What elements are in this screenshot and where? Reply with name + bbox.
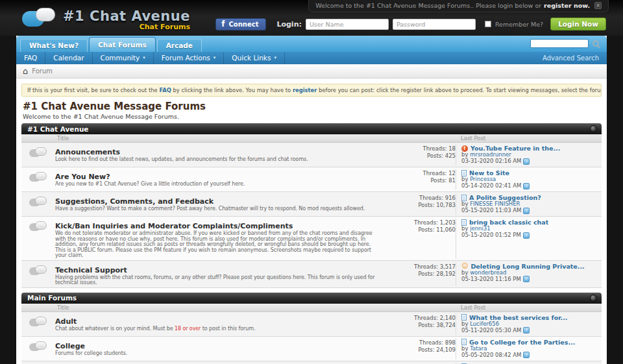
faq-link[interactable]: FAQ xyxy=(159,87,171,93)
collapse-icon[interactable] xyxy=(590,125,597,132)
forum-title-link[interactable]: Kick/Ban Inquiries and Moderator Complai… xyxy=(55,222,293,230)
category-1-chat-avenue: #1 Chat AvenueTitleLast PostAnnouncement… xyxy=(21,123,602,288)
register-now-link[interactable]: register now. xyxy=(544,2,590,9)
search-icon[interactable] xyxy=(592,40,600,48)
menu-item-label: Forum Actions xyxy=(162,52,210,64)
notice-text: by clicking the link above. You may have… xyxy=(171,87,293,93)
threads-count: Threads: 2,140 xyxy=(384,315,456,322)
forum-description: Have a suggestion? Want to make a commen… xyxy=(55,206,379,212)
register-link[interactable]: register xyxy=(293,87,317,93)
last-post-author-link[interactable]: wonderbread xyxy=(470,269,506,276)
forum-title-link[interactable]: Adult xyxy=(55,317,77,326)
go-to-last-post-icon[interactable]: › xyxy=(523,232,530,239)
column-headers: TitleLast Post xyxy=(21,134,602,143)
forum-icon xyxy=(29,265,48,279)
tab-bar: What's New?Chat ForumsArcade xyxy=(16,36,607,52)
search-input[interactable] xyxy=(530,39,589,48)
forum-row-announcements: AnnouncementsLook here to find out the l… xyxy=(21,143,602,167)
forum-description: Forums for college students. xyxy=(55,351,379,357)
forum-row-kick-ban-inquiries-and-moderator-complaints-compliments: Kick/Ban Inquiries and Moderator Complai… xyxy=(21,217,602,261)
login-area: f Connect Login: Remember Me? Login Now xyxy=(215,18,606,30)
thread-page-icon xyxy=(461,339,467,345)
smiley-icon: ☺ xyxy=(461,263,468,269)
home-icon[interactable]: ⌂ xyxy=(23,67,28,75)
go-to-last-post-icon[interactable]: › xyxy=(523,208,530,214)
last-post-date: 05-15-2020 11:03 AM xyxy=(461,207,521,214)
go-to-last-post-icon[interactable]: › xyxy=(523,158,530,165)
last-post-date: 05-13-2020 11:16 PM xyxy=(461,276,521,283)
chevron-down-icon: ▾ xyxy=(214,52,216,64)
username-input[interactable] xyxy=(306,19,389,30)
dismiss-icon[interactable]: × xyxy=(594,2,602,9)
menu-bar: FAQCalendarCommunity▾Forum Actions▾Quick… xyxy=(16,52,607,64)
last-post-date: 05-15-2020 01:52 PM xyxy=(461,232,521,239)
site-logo[interactable]: #1 Chat Avenue Chat Forums xyxy=(22,7,190,32)
forum-description: Are you new to #1 Chat Avenue? Give a li… xyxy=(55,182,379,188)
remember-me-label: Remember Me? xyxy=(495,21,543,28)
last-post-author-link[interactable]: jenni31 xyxy=(470,225,491,232)
go-to-last-post-icon[interactable]: › xyxy=(523,352,530,358)
forum-title-link[interactable]: Are You New? xyxy=(55,173,110,181)
breadcrumb: ⌂ Forum xyxy=(16,64,607,79)
tab-chat-forums[interactable]: Chat Forums xyxy=(89,37,156,52)
collapse-icon[interactable] xyxy=(590,295,597,302)
forum-title-link[interactable]: Suggestions, Comments, and Feedback xyxy=(55,197,214,206)
site-header: Welcome to the #1 Chat Avenue Message Fo… xyxy=(0,0,623,36)
menu-item-quick-links[interactable]: Quick Links▾ xyxy=(224,52,285,64)
thread-page-icon xyxy=(461,219,467,226)
forum-row-adult: AdultChat about whatever is on your mind… xyxy=(21,312,602,337)
connect-label: Connect xyxy=(228,21,258,28)
column-last-post: Last Post xyxy=(456,135,602,141)
remember-me-checkbox[interactable] xyxy=(485,21,491,27)
menu-item-calendar[interactable]: Calendar xyxy=(45,52,92,64)
forum-icon xyxy=(29,196,48,210)
menu-item-community[interactable]: Community▾ xyxy=(93,52,154,64)
threads-count: Threads: 12 xyxy=(384,170,456,177)
last-post-author-link[interactable]: mrsroadrunner xyxy=(470,151,511,158)
forum-title-link[interactable]: Technical Support xyxy=(55,266,127,274)
facebook-icon: f xyxy=(221,21,225,27)
last-post-author-link[interactable]: FINESSE FINISHER xyxy=(470,200,520,207)
go-to-last-post-icon[interactable]: › xyxy=(523,183,530,189)
forum-icon xyxy=(29,341,48,355)
tab-arcade[interactable]: Arcade xyxy=(157,39,202,52)
last-post-date: 05-05-2020 08:42 AM xyxy=(461,352,521,359)
threads-count: Threads: 3,517 xyxy=(384,263,456,271)
posts-count: Posts: 11,060 xyxy=(384,226,456,234)
forum-title-link[interactable]: Announcements xyxy=(55,148,120,156)
posts-count: Posts: 425 xyxy=(384,152,456,160)
forum-row-technical-support: Technical SupportHaving problems with th… xyxy=(21,261,602,288)
forum-row-are-you-new: Are You New?Are you new to #1 Chat Avenu… xyxy=(21,167,602,192)
welcome-bar: Welcome to the #1 Chat Avenue Message Fo… xyxy=(308,0,609,12)
forum-description: Look here to find out the latest news, u… xyxy=(55,157,379,163)
threads-count: Threads: 916 xyxy=(384,195,456,202)
last-post-author-link[interactable]: Tatara xyxy=(470,345,487,352)
go-to-last-post-icon[interactable]: › xyxy=(523,327,530,334)
threads-count: Threads: 898 xyxy=(384,339,456,346)
notice-text: If this is your first visit, be sure to … xyxy=(27,87,159,93)
posts-count: Posts: 10,783 xyxy=(384,202,456,209)
login-now-button[interactable]: Login Now xyxy=(550,18,606,30)
quick-search xyxy=(530,39,600,48)
tab-what-s-new[interactable]: What's New? xyxy=(20,39,88,52)
exclaim-icon: ! xyxy=(461,145,468,152)
go-to-last-post-icon[interactable]: › xyxy=(523,276,530,282)
advanced-search-link[interactable]: Advanced Search xyxy=(543,52,599,64)
menu-item-faq[interactable]: FAQ xyxy=(16,52,45,64)
forum-description: Chat about whatever is on your mind. Mus… xyxy=(55,326,379,332)
last-post-cell: What the best services for...by Lucifer6… xyxy=(456,313,602,335)
notice-text: before you can post: click the register … xyxy=(317,87,602,93)
column-title: Title xyxy=(21,304,384,311)
menu-item-forum-actions[interactable]: Forum Actions▾ xyxy=(154,52,225,64)
password-input[interactable] xyxy=(393,19,476,30)
last-post-author-link[interactable]: Lucifer656 xyxy=(470,321,499,327)
last-post-author-link[interactable]: Princessa xyxy=(470,176,496,182)
chevron-down-icon: ▾ xyxy=(274,52,276,64)
thread-page-icon xyxy=(461,195,467,201)
thread-page-icon xyxy=(461,170,467,176)
breadcrumb-forum-link[interactable]: Forum xyxy=(32,67,53,75)
last-post-cell: ☺Deleting Long Running Private...by wond… xyxy=(456,262,602,286)
forum-title-link[interactable]: College xyxy=(55,342,85,350)
posts-count: Posts: 24,109 xyxy=(384,346,456,354)
facebook-connect-button[interactable]: f Connect xyxy=(215,18,266,30)
